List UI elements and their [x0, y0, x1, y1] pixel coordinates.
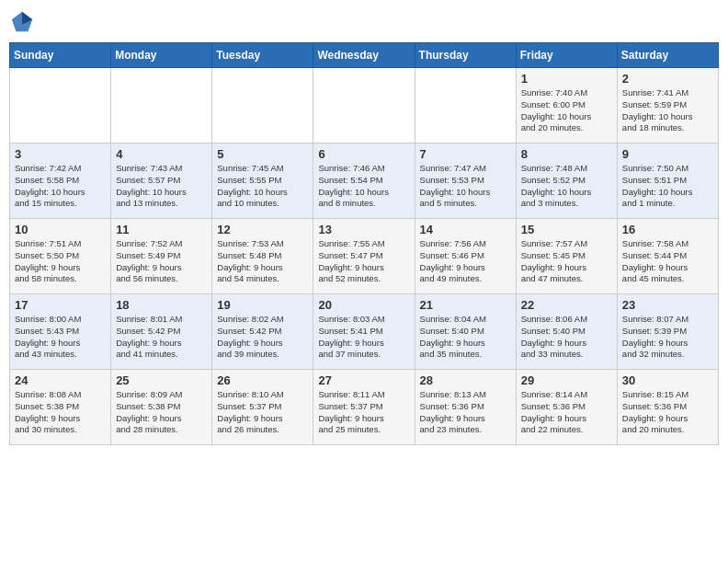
day-cell-4: 4Sunrise: 7:43 AMSunset: 5:57 PMDaylight…: [111, 144, 212, 219]
day-number: 8: [521, 147, 612, 161]
day-number: 9: [622, 147, 713, 161]
day-number: 27: [318, 373, 409, 387]
day-number: 20: [318, 298, 409, 312]
day-cell-5: 5Sunrise: 7:45 AMSunset: 5:55 PMDaylight…: [212, 144, 313, 219]
day-cell-25: 25Sunrise: 8:09 AMSunset: 5:38 PMDayligh…: [111, 370, 212, 445]
day-number: 7: [420, 147, 511, 161]
logo-icon: [9, 9, 35, 35]
day-info: Sunrise: 7:46 AMSunset: 5:54 PMDaylight:…: [318, 163, 409, 210]
day-info: Sunrise: 8:08 AMSunset: 5:38 PMDaylight:…: [15, 389, 106, 436]
day-number: 28: [420, 373, 511, 387]
header-cell-tuesday: Tuesday: [212, 43, 313, 68]
day-info: Sunrise: 7:48 AMSunset: 5:52 PMDaylight:…: [521, 163, 612, 210]
empty-cell: [212, 68, 313, 144]
day-info: Sunrise: 7:51 AMSunset: 5:50 PMDaylight:…: [15, 238, 106, 285]
day-cell-3: 3Sunrise: 7:42 AMSunset: 5:58 PMDaylight…: [10, 144, 111, 219]
empty-cell: [415, 68, 516, 144]
day-cell-1: 1Sunrise: 7:40 AMSunset: 6:00 PMDaylight…: [516, 68, 617, 144]
day-info: Sunrise: 7:47 AMSunset: 5:53 PMDaylight:…: [420, 163, 511, 210]
day-info: Sunrise: 7:50 AMSunset: 5:51 PMDaylight:…: [622, 163, 713, 210]
header-cell-sunday: Sunday: [10, 43, 111, 68]
day-cell-14: 14Sunrise: 7:56 AMSunset: 5:46 PMDayligh…: [415, 219, 516, 294]
day-info: Sunrise: 7:53 AMSunset: 5:48 PMDaylight:…: [217, 238, 308, 285]
day-cell-13: 13Sunrise: 7:55 AMSunset: 5:47 PMDayligh…: [313, 219, 415, 294]
day-info: Sunrise: 8:13 AMSunset: 5:36 PMDaylight:…: [420, 389, 511, 436]
day-number: 15: [521, 223, 612, 236]
day-info: Sunrise: 7:45 AMSunset: 5:55 PMDaylight:…: [217, 163, 308, 210]
day-info: Sunrise: 8:09 AMSunset: 5:38 PMDaylight:…: [116, 389, 207, 436]
day-info: Sunrise: 7:55 AMSunset: 5:47 PMDaylight:…: [318, 238, 409, 285]
day-info: Sunrise: 7:41 AMSunset: 5:59 PMDaylight:…: [622, 87, 713, 134]
header-cell-monday: Monday: [111, 43, 212, 68]
day-info: Sunrise: 7:56 AMSunset: 5:46 PMDaylight:…: [420, 238, 511, 285]
day-info: Sunrise: 7:40 AMSunset: 6:00 PMDaylight:…: [521, 87, 612, 134]
day-cell-29: 29Sunrise: 8:14 AMSunset: 5:36 PMDayligh…: [516, 370, 617, 445]
empty-cell: [111, 68, 212, 144]
day-number: 30: [622, 373, 713, 387]
day-number: 3: [15, 147, 106, 161]
day-number: 6: [318, 147, 409, 161]
empty-cell: [10, 68, 111, 144]
day-cell-17: 17Sunrise: 8:00 AMSunset: 5:43 PMDayligh…: [10, 294, 111, 370]
day-info: Sunrise: 7:42 AMSunset: 5:58 PMDaylight:…: [15, 163, 106, 210]
day-info: Sunrise: 8:10 AMSunset: 5:37 PMDaylight:…: [217, 389, 308, 436]
day-info: Sunrise: 8:04 AMSunset: 5:40 PMDaylight:…: [420, 314, 511, 361]
day-number: 19: [217, 298, 308, 312]
header-cell-wednesday: Wednesday: [313, 43, 415, 68]
day-info: Sunrise: 7:43 AMSunset: 5:57 PMDaylight:…: [116, 163, 207, 210]
day-number: 26: [217, 373, 308, 387]
day-number: 23: [622, 298, 713, 312]
empty-cell: [313, 68, 415, 144]
day-cell-21: 21Sunrise: 8:04 AMSunset: 5:40 PMDayligh…: [415, 294, 516, 370]
day-number: 1: [521, 72, 612, 86]
day-info: Sunrise: 7:58 AMSunset: 5:44 PMDaylight:…: [622, 238, 713, 285]
day-cell-20: 20Sunrise: 8:03 AMSunset: 5:41 PMDayligh…: [313, 294, 415, 370]
day-cell-26: 26Sunrise: 8:10 AMSunset: 5:37 PMDayligh…: [212, 370, 313, 445]
day-cell-6: 6Sunrise: 7:46 AMSunset: 5:54 PMDaylight…: [313, 144, 415, 219]
day-cell-12: 12Sunrise: 7:53 AMSunset: 5:48 PMDayligh…: [212, 219, 313, 294]
day-cell-24: 24Sunrise: 8:08 AMSunset: 5:38 PMDayligh…: [10, 370, 111, 445]
day-cell-10: 10Sunrise: 7:51 AMSunset: 5:50 PMDayligh…: [10, 219, 111, 294]
day-cell-11: 11Sunrise: 7:52 AMSunset: 5:49 PMDayligh…: [111, 219, 212, 294]
day-number: 21: [420, 298, 511, 312]
day-number: 29: [521, 373, 612, 387]
day-number: 10: [15, 223, 106, 236]
day-number: 24: [15, 373, 106, 387]
day-cell-30: 30Sunrise: 8:15 AMSunset: 5:36 PMDayligh…: [617, 370, 718, 445]
day-cell-7: 7Sunrise: 7:47 AMSunset: 5:53 PMDaylight…: [415, 144, 516, 219]
week-row-4: 17Sunrise: 8:00 AMSunset: 5:43 PMDayligh…: [10, 294, 719, 370]
day-cell-19: 19Sunrise: 8:02 AMSunset: 5:42 PMDayligh…: [212, 294, 313, 370]
day-number: 14: [420, 223, 511, 236]
header-row: SundayMondayTuesdayWednesdayThursdayFrid…: [10, 43, 719, 68]
page-header: [9, 9, 719, 35]
day-cell-16: 16Sunrise: 7:58 AMSunset: 5:44 PMDayligh…: [617, 219, 718, 294]
header-cell-saturday: Saturday: [617, 43, 718, 68]
day-number: 25: [116, 373, 207, 387]
day-info: Sunrise: 8:15 AMSunset: 5:36 PMDaylight:…: [622, 389, 713, 436]
day-number: 22: [521, 298, 612, 312]
day-info: Sunrise: 8:00 AMSunset: 5:43 PMDaylight:…: [15, 314, 106, 361]
header-cell-friday: Friday: [516, 43, 617, 68]
header-cell-thursday: Thursday: [415, 43, 516, 68]
day-cell-27: 27Sunrise: 8:11 AMSunset: 5:37 PMDayligh…: [313, 370, 415, 445]
day-number: 12: [217, 223, 308, 236]
day-cell-9: 9Sunrise: 7:50 AMSunset: 5:51 PMDaylight…: [617, 144, 718, 219]
day-info: Sunrise: 8:02 AMSunset: 5:42 PMDaylight:…: [217, 314, 308, 361]
day-info: Sunrise: 7:57 AMSunset: 5:45 PMDaylight:…: [521, 238, 612, 285]
week-row-3: 10Sunrise: 7:51 AMSunset: 5:50 PMDayligh…: [10, 219, 719, 294]
day-cell-15: 15Sunrise: 7:57 AMSunset: 5:45 PMDayligh…: [516, 219, 617, 294]
day-info: Sunrise: 8:03 AMSunset: 5:41 PMDaylight:…: [318, 314, 409, 361]
week-row-5: 24Sunrise: 8:08 AMSunset: 5:38 PMDayligh…: [10, 370, 719, 445]
day-info: Sunrise: 8:07 AMSunset: 5:39 PMDaylight:…: [622, 314, 713, 361]
week-row-1: 1Sunrise: 7:40 AMSunset: 6:00 PMDaylight…: [10, 68, 719, 144]
day-info: Sunrise: 8:01 AMSunset: 5:42 PMDaylight:…: [116, 314, 207, 361]
day-info: Sunrise: 7:52 AMSunset: 5:49 PMDaylight:…: [116, 238, 207, 285]
day-number: 16: [622, 223, 713, 236]
day-cell-28: 28Sunrise: 8:13 AMSunset: 5:36 PMDayligh…: [415, 370, 516, 445]
day-number: 18: [116, 298, 207, 312]
day-info: Sunrise: 8:14 AMSunset: 5:36 PMDaylight:…: [521, 389, 612, 436]
calendar-table: SundayMondayTuesdayWednesdayThursdayFrid…: [9, 42, 719, 445]
week-row-2: 3Sunrise: 7:42 AMSunset: 5:58 PMDaylight…: [10, 144, 719, 219]
day-cell-8: 8Sunrise: 7:48 AMSunset: 5:52 PMDaylight…: [516, 144, 617, 219]
day-number: 13: [318, 223, 409, 236]
